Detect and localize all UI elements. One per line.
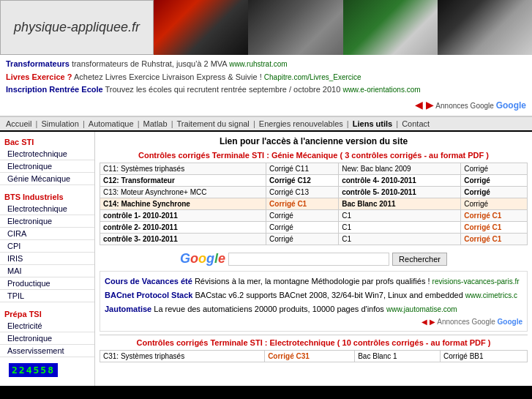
nav-energies[interactable]: Energies renouvelables	[259, 119, 343, 128]
sidebar-item-electronique-prepa[interactable]: Electronique	[0, 332, 94, 345]
table-cell: contrôle 1- 2010-2011	[100, 210, 266, 222]
lower-ad-2-title: BACnet Protocol Stack	[105, 291, 192, 299]
section-title-meca: Contrôles corrigés Terminale STI : Génie…	[100, 151, 528, 160]
google-search-button[interactable]: Rechercher	[392, 253, 447, 266]
table-cell: C1	[339, 210, 461, 222]
ad-line1-title: Transformateurs	[6, 59, 70, 68]
lower-ad-2: BACnet Protocol Stack BACstac v6.2 suppo…	[105, 288, 522, 302]
ad-line2: Livres Exercice ? Achetez Livres Exercic…	[6, 71, 526, 84]
ad-line3-title: Inscription Rentrée Ecole	[6, 85, 103, 94]
bottom-table-cell: C31: Systèmes triphasés	[100, 351, 265, 362]
lower-ad-google-brand: Google	[498, 318, 522, 326]
ad-line2-url: Chapitre.com/Livres_Exercice	[264, 73, 361, 81]
table-cell: New: Bac blanc 2009	[339, 163, 461, 175]
sidebar-item-genie-mecanique[interactable]: Génie Mécanique	[0, 173, 94, 185]
bottom-table-cell: Corrigé BB1	[441, 351, 528, 362]
lower-ad-1-url: revisions-vacances-paris.fr	[432, 277, 520, 286]
ad-line2-title: Livres Exercice ?	[6, 72, 72, 81]
nav-simulation[interactable]: Simulation	[41, 119, 78, 128]
google-search-bar: Google Rechercher	[100, 251, 528, 266]
bottom-table-cell: Bac Blanc 1	[355, 351, 441, 362]
lower-ad-arrows: ◀ ▶	[422, 318, 435, 326]
table-cell: C11: Systèmes triphasés	[100, 163, 266, 175]
sidebar-section-bts: BTS Industriels	[0, 190, 94, 203]
controls-table: C11: Systèmes triphasés Corrigé C11 New:…	[100, 163, 528, 245]
table-cell: Corrigé C1	[461, 234, 528, 245]
google-logo: Google	[180, 251, 225, 266]
nav-traitement[interactable]: Traitement du signal	[177, 119, 250, 128]
table-cell: Corrigé	[461, 163, 528, 175]
nav-contact[interactable]: Contact	[402, 119, 430, 128]
sidebar-item-electrotechnique-bts[interactable]: Electrotechnique	[0, 203, 94, 215]
google-search-input[interactable]	[228, 253, 389, 266]
lower-ad-1-text: Révisions à la mer, la montagne Méthodol…	[195, 277, 430, 286]
sidebar-item-electricite[interactable]: Electricité	[0, 320, 94, 332]
table-cell: Corrigé	[266, 210, 339, 222]
table-cell: Corrigé C12	[266, 175, 339, 187]
bottom-section-title: Contrôles corrigés Terminale STI : Elect…	[100, 338, 528, 347]
ad-line2-text: Achetez Livres Exercice Livraison Expres…	[74, 72, 262, 81]
table-cell: Corrigé C1	[461, 222, 528, 234]
table-cell: Corrigé	[461, 187, 528, 198]
nav-liens-utils[interactable]: Liens utils	[353, 119, 392, 128]
lower-ad-3-title: Jautomatise	[105, 305, 151, 313]
main-layout: Bac STI Electrotechnique Electronique Gé…	[0, 132, 532, 386]
lower-ad-section: Cours de Vacances été Révisions à la mer…	[100, 271, 528, 332]
table-cell: Corrigé C11	[266, 163, 339, 175]
lower-ad-footer: ◀ ▶ Annonces Google Google	[105, 316, 522, 328]
visit-counter: 224558	[9, 363, 58, 377]
sidebar-item-iris[interactable]: IRIS	[0, 253, 94, 265]
table-cell: Corrigé C1	[461, 210, 528, 222]
lower-ad-2-url: www.cimetrics.c	[465, 291, 517, 299]
sidebar-section-prepa: Prépa TSI	[0, 307, 94, 320]
table-cell: Corrigé	[461, 198, 528, 210]
sidebar-item-mai[interactable]: MAI	[0, 265, 94, 277]
table-row: C14: Machine Synchrone Corrigé C1 Bac Bl…	[100, 198, 528, 210]
ad-line1-text: transformateurs de Ruhstrat, jusqu'à 2 M…	[72, 59, 227, 68]
table-cell: contrôle 2- 2010-2011	[100, 222, 266, 234]
lower-ad-google-label: Annonces Google	[437, 318, 495, 326]
header-img-meter	[343, 0, 438, 55]
header-img-motor	[154, 0, 248, 55]
sidebar-item-cpi[interactable]: CPI	[0, 240, 94, 253]
table-cell: Corrigé C1	[266, 198, 339, 210]
ad-google-label: ◀ ▶ Annonces Google Google	[6, 97, 526, 113]
table-cell: C13: Moteur Asynchrone+ MCC	[100, 187, 266, 198]
ad-arrows: ◀ ▶	[415, 99, 434, 111]
table-cell: Bac Blanc 2011	[339, 198, 461, 210]
table-cell: contrôle 5- 2010-2011	[339, 187, 461, 198]
logo-text: physique-appliquee.fr	[14, 20, 140, 35]
table-cell: C12: Transformateur	[100, 175, 266, 187]
bottom-section: Contrôles corrigés Terminale STI : Elect…	[100, 335, 528, 362]
lower-ad-2-text: BACstac v6.2 supports BACnet 2008, 32/64…	[195, 291, 462, 299]
table-cell: Corrigé	[461, 175, 528, 187]
sidebar-item-cira[interactable]: CIRA	[0, 228, 94, 240]
sidebar: Bac STI Electrotechnique Electronique Gé…	[0, 132, 95, 386]
bottom-table: C31: Systèmes triphasés Corrigé C31 Bac …	[100, 350, 528, 362]
table-cell: C1	[339, 234, 461, 245]
ad-line3-url: www.e-orientations.com	[342, 86, 420, 94]
sidebar-item-tpil[interactable]: TPIL	[0, 290, 94, 302]
section-title-text: Contrôles corrigés Terminale STI : Génie…	[138, 151, 337, 160]
nav-accueil[interactable]: Accueil	[6, 119, 31, 128]
site-logo[interactable]: physique-appliquee.fr	[0, 0, 154, 55]
sidebar-item-electronique-bac[interactable]: Electronique	[0, 160, 94, 173]
table-row: C11: Systèmes triphasés Corrigé C11 New:…	[100, 163, 528, 175]
google-label: Annonces Google	[435, 102, 494, 110]
bottom-subtitle-text: ( 10 contrôles corrigés - au format PDF …	[337, 338, 491, 347]
section-subtitle-text: ( 3 contrôles corrigés - au format PDF )	[340, 151, 489, 160]
sidebar-item-asservissement[interactable]: Asservissement	[0, 345, 94, 357]
table-cell: Corrigé	[266, 222, 339, 234]
table-row: contrôle 1- 2010-2011 Corrigé C1 Corrigé…	[100, 210, 528, 222]
sidebar-item-electronique-bts[interactable]: Electronique	[0, 215, 94, 228]
lower-ad-3-text: La revue des automaticiens 20000 produit…	[154, 305, 384, 313]
nav-automatique[interactable]: Automatique	[89, 119, 134, 128]
lower-ad-1-title: Cours de Vacances été	[105, 277, 192, 286]
bottom-table-cell: Corrigé C31	[265, 351, 355, 362]
sidebar-item-productique[interactable]: Productique	[0, 277, 94, 290]
bottom-table-row: C31: Systèmes triphasés Corrigé C31 Bac …	[100, 351, 528, 362]
header-img-equipment	[248, 0, 342, 55]
nav-matlab[interactable]: Matlab	[143, 119, 168, 128]
sidebar-item-electrotechnique-bac[interactable]: Electrotechnique	[0, 148, 94, 160]
table-row: C13: Moteur Asynchrone+ MCC Corrigé C13 …	[100, 187, 528, 198]
